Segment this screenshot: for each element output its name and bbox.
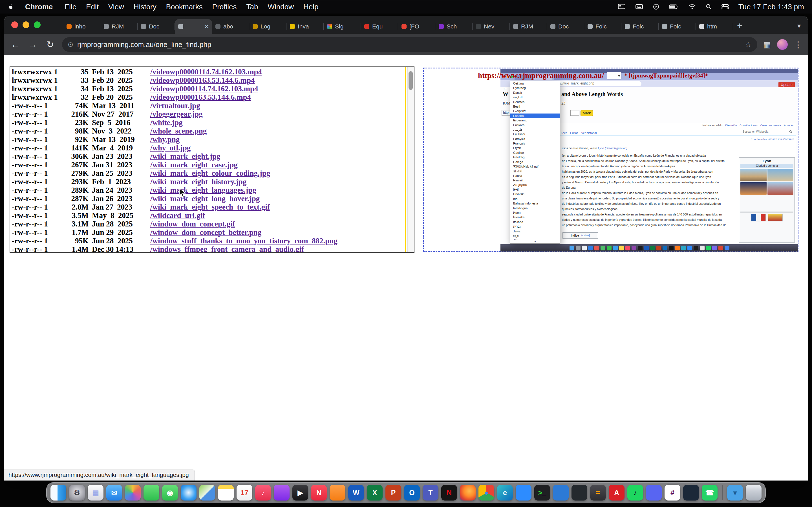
dock-app-icon-podcasts[interactable] [274,485,290,501]
browser-tab[interactable]: × [175,19,212,34]
file-link[interactable]: /virtualtour.jpg [150,101,404,110]
menubar-clock[interactable]: Tue 17 Feb 1:43 pm [739,3,804,11]
spotlight-icon[interactable] [706,4,712,10]
file-link[interactable]: /wiki_mark_eight_case.jpg [150,161,404,169]
file-link[interactable]: /window_dom_concept.gif [150,220,404,228]
browser-tab[interactable]: Folc [584,19,621,34]
menubar-item[interactable]: History [129,3,161,11]
dock-app-icon-powerpoint[interactable]: P [386,485,401,501]
new-tab-button[interactable]: + [737,20,742,31]
menubar-item[interactable]: Help [299,3,323,11]
minimize-window-button[interactable] [22,21,29,28]
dock-app-icon-tv[interactable]: ▶ [292,485,308,501]
file-link[interactable]: /videowp0000163.53.144.6.mp4 [150,93,404,101]
dock-app-icon-notes[interactable] [218,485,234,501]
browser-tab[interactable]: [FO [398,19,435,34]
dock-app-icon-books[interactable] [329,485,345,501]
menubar-item[interactable]: Profiles [207,3,242,11]
browser-menu-icon[interactable]: ⋮ [794,40,802,50]
keyboard-icon[interactable] [635,4,643,10]
dock-tray-icon-trash[interactable] [746,485,762,501]
zoom-window-button[interactable] [34,21,41,28]
dock-app-icon-launchpad[interactable]: ▦ [88,485,103,501]
listing-scrollbar-thumb[interactable] [409,71,413,90]
extensions-icon[interactable]: ▦ [763,40,771,49]
browser-tab[interactable]: Inva [287,19,324,34]
browser-tab[interactable]: Doc [547,19,584,34]
file-link[interactable]: /wiki_mark_eight.jpg [150,152,404,161]
dock-app-icon-calculator[interactable]: = [590,485,606,501]
file-link[interactable]: /wiki_mark_eight_colour_coding.jpg [150,169,404,177]
dock-app-icon-photos[interactable] [125,485,141,501]
dock-app-icon-spotify[interactable]: ♪ [627,485,643,501]
dock-app-icon-finder[interactable] [50,485,66,501]
dock-app-icon-terminal[interactable]: >_ [534,485,550,501]
menubar-item[interactable]: Bookmarks [161,3,207,11]
dock-app-icon-excel[interactable]: X [367,485,383,501]
reload-button[interactable]: ↻ [45,39,56,50]
file-link[interactable]: /videowp00000114.74.162.103.mp4 [150,68,404,76]
apple-menu[interactable] [8,3,13,10]
file-link[interactable]: /whole_scene.png [150,127,404,135]
listing-scrollbar[interactable] [407,67,414,252]
menubar-item[interactable]: File [60,3,81,11]
battery-icon[interactable] [669,4,679,10]
file-link[interactable]: /white.jpg [150,118,404,127]
dock-app-icon-chrome[interactable]: ● [478,485,494,501]
dock-app-icon-vscode[interactable] [553,485,569,501]
dock-app-icon-music[interactable]: ♪ [255,485,271,501]
menubar-item[interactable]: Tab [242,3,263,11]
file-link[interactable]: /videowp0000114.74.162.103.mp4 [150,84,404,93]
dock-app-icon-mail[interactable]: ✉ [106,485,122,501]
browser-tab[interactable]: RJM [510,19,547,34]
dock-app-icon-safari[interactable] [181,485,197,501]
menubar-app-name[interactable]: Chrome [20,3,57,11]
browser-tab[interactable]: Folc [659,19,696,34]
dock-app-icon-zoom[interactable] [516,485,531,501]
dock-app-icon-system-settings[interactable]: ⚙ [69,485,85,501]
bookmark-star-icon[interactable]: ☆ [745,40,751,49]
file-link[interactable]: /wiki_mark_eight_speech_to_text.gif [150,203,404,211]
dock-app-icon-facetime[interactable]: ◉ [162,485,178,501]
browser-tab[interactable]: htm [696,19,733,34]
file-link[interactable]: /windows_ffmpeg_front_camera_and_audio.g… [150,245,404,253]
file-link[interactable]: /wildcard_url.gif [150,211,404,220]
display-icon[interactable] [618,4,626,10]
browser-tab[interactable]: Equ [361,19,398,34]
tab-close-icon[interactable]: × [205,23,209,30]
menubar-item[interactable]: Edit [81,3,103,11]
address-bar[interactable]: ⊙ rjmprogramming.com.au/one_line_find.ph… [62,37,757,52]
find-select[interactable]: ▾ [607,72,621,79]
tab-overflow-chevron[interactable]: ▾ [797,22,801,30]
dock-app-icon-calendar[interactable]: 17 [237,485,252,501]
close-window-button[interactable] [11,21,18,28]
forward-button[interactable]: → [27,40,38,50]
dock-app-icon-slack[interactable]: # [665,485,680,501]
dock-app-icon-discord[interactable] [646,485,662,501]
dock-app-icon-steam[interactable] [683,485,699,501]
dock-app-icon-edge[interactable]: e [497,485,513,501]
dock-app-icon-netflix[interactable]: N [441,485,457,501]
file-link[interactable]: /wiki_mark_eight_languages.jpg [150,186,404,194]
file-link[interactable]: /wiki_mark_eight_history.jpg [150,177,404,186]
dock-app-icon-github[interactable] [571,485,587,501]
site-info-icon[interactable]: ⊙ [68,41,73,48]
file-link[interactable]: /videowp00000163.53.144.6.mp4 [150,76,404,84]
browser-tab[interactable]: Sch [435,19,472,34]
dock-app-icon-teams[interactable]: T [423,485,439,501]
dock-tray-icon-downloads[interactable]: ▾ [727,485,743,501]
dock-app-icon-whatsapp[interactable]: ☎ [702,485,718,501]
profile-avatar[interactable] [777,39,788,50]
file-link[interactable]: /wiki_mark_eight_long_hover.jpg [150,194,404,203]
file-link[interactable]: /window_stuff_thanks_to_moo_you_tistory_… [150,237,404,245]
file-link[interactable]: /why_otl.jpg [150,144,404,152]
browser-tab[interactable]: Sig [324,19,361,34]
wifi-icon[interactable] [688,4,696,10]
file-link[interactable]: /why.png [150,135,404,144]
browser-tab[interactable]: Folc [621,19,659,34]
browser-tab[interactable]: inho [63,19,100,34]
browser-tab[interactable]: RJM [100,19,138,34]
control-center-icon[interactable] [721,4,729,10]
file-link[interactable]: /window_dom_concept_better.png [150,228,404,237]
dock-app-icon-news[interactable]: N [311,485,327,501]
